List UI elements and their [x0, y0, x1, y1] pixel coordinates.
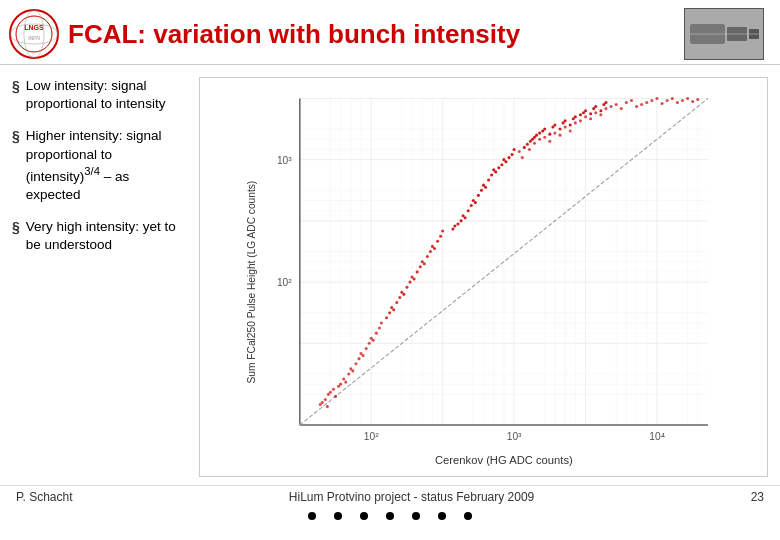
footer-author: P. Schacht	[16, 490, 72, 504]
bullet-text-3: Very high intensity: yet to be understoo…	[26, 218, 187, 254]
svg-point-147	[548, 133, 551, 136]
svg-point-123	[474, 201, 477, 204]
svg-point-146	[543, 127, 546, 130]
svg-point-152	[564, 119, 567, 122]
svg-point-149	[553, 123, 556, 126]
svg-point-198	[686, 97, 689, 100]
page-title: FCAL: variation with bunch intensity	[68, 19, 520, 50]
svg-point-84	[368, 342, 371, 345]
svg-point-162	[599, 109, 602, 112]
svg-point-188	[635, 105, 638, 108]
svg-point-143	[535, 134, 538, 137]
svg-point-80	[357, 357, 360, 360]
svg-point-197	[681, 99, 684, 102]
svg-point-174	[564, 125, 567, 128]
svg-text:Cerenkov (HG ADC counts): Cerenkov (HG ADC counts)	[435, 454, 573, 466]
svg-point-187	[630, 99, 633, 102]
nav-dot-4[interactable]	[386, 512, 394, 520]
svg-point-144	[538, 132, 541, 135]
main-content: § Low intensity: signal proportional to …	[0, 65, 780, 485]
svg-point-111	[439, 235, 442, 238]
svg-text:10³: 10³	[277, 155, 292, 166]
svg-point-159	[589, 112, 592, 115]
svg-point-97	[405, 286, 408, 289]
svg-text:10²: 10²	[364, 431, 379, 442]
svg-point-139	[526, 143, 529, 146]
svg-point-1	[16, 16, 52, 52]
svg-point-71	[326, 405, 329, 408]
svg-point-126	[487, 179, 490, 182]
instrument-icon	[684, 8, 764, 60]
svg-point-161	[594, 105, 597, 108]
svg-text:LNGS: LNGS	[24, 24, 44, 31]
svg-point-175	[569, 130, 572, 133]
svg-point-179	[589, 117, 592, 120]
bullet-icon: §	[12, 128, 20, 144]
svg-point-89	[380, 321, 383, 324]
svg-point-109	[436, 240, 439, 243]
svg-text:10⁴: 10⁴	[649, 431, 664, 442]
nav-dot-6[interactable]	[438, 512, 446, 520]
svg-point-74	[337, 385, 340, 388]
svg-point-73	[342, 378, 345, 381]
bullet-text-1: Low intensity: signal proportional to in…	[26, 77, 187, 113]
svg-point-95	[398, 296, 401, 299]
svg-point-131	[494, 170, 497, 173]
svg-point-118	[467, 209, 470, 212]
svg-point-65	[324, 398, 327, 401]
svg-point-122	[477, 194, 480, 197]
nav-dots	[0, 506, 780, 524]
bullet-icon: §	[12, 219, 20, 235]
nav-dot-5[interactable]	[412, 512, 420, 520]
slide-footer: P. Schacht HiLum Protvino project - stat…	[0, 485, 780, 506]
svg-point-113	[451, 228, 454, 231]
header-left: LNGS INFN FCAL: variation with bunch int…	[8, 8, 520, 60]
list-item: § Very high intensity: yet to be underst…	[12, 218, 187, 254]
svg-point-134	[507, 156, 510, 159]
svg-point-0	[10, 10, 58, 58]
svg-point-135	[504, 160, 507, 163]
svg-point-120	[470, 204, 473, 207]
svg-point-78	[354, 362, 357, 365]
scatter-chart: 10² 10³ 10⁴ 10² 10³ Cerenkov (HG ADC cou…	[199, 77, 768, 477]
svg-point-171	[548, 140, 551, 143]
svg-point-70	[334, 395, 337, 398]
svg-point-90	[385, 316, 388, 319]
svg-point-191	[650, 99, 653, 102]
svg-point-130	[497, 166, 500, 169]
list-item: § Low intensity: signal proportional to …	[12, 77, 187, 113]
svg-point-83	[362, 354, 365, 357]
svg-point-184	[615, 103, 618, 106]
footer-center: HiLum Protvino project - status February…	[289, 490, 534, 504]
svg-point-169	[538, 138, 541, 141]
svg-point-199	[691, 100, 694, 103]
svg-point-87	[372, 339, 375, 342]
svg-point-168	[533, 142, 536, 145]
footer-page: 23	[751, 490, 764, 504]
svg-point-105	[426, 255, 429, 258]
svg-point-75	[344, 381, 347, 384]
svg-point-115	[453, 224, 456, 227]
svg-point-186	[625, 101, 628, 104]
svg-point-5	[24, 10, 44, 58]
svg-point-88	[378, 326, 381, 329]
nav-dot-2[interactable]	[334, 512, 342, 520]
nav-dot-1[interactable]	[308, 512, 316, 520]
svg-point-166	[521, 156, 524, 159]
svg-point-178	[584, 115, 587, 118]
svg-point-91	[388, 311, 391, 314]
svg-point-82	[365, 347, 368, 350]
svg-point-116	[460, 219, 463, 222]
svg-point-150	[559, 127, 562, 130]
svg-point-99	[408, 281, 411, 284]
svg-point-177	[579, 119, 582, 122]
svg-point-124	[480, 189, 483, 192]
svg-point-200	[696, 98, 699, 101]
nav-dot-3[interactable]	[360, 512, 368, 520]
nav-dot-7[interactable]	[464, 512, 472, 520]
svg-point-180	[594, 111, 597, 114]
list-item: § Higher intensity: signal proportional …	[12, 127, 187, 203]
svg-point-114	[456, 222, 459, 225]
svg-point-155	[574, 115, 577, 118]
svg-point-183	[610, 105, 613, 108]
